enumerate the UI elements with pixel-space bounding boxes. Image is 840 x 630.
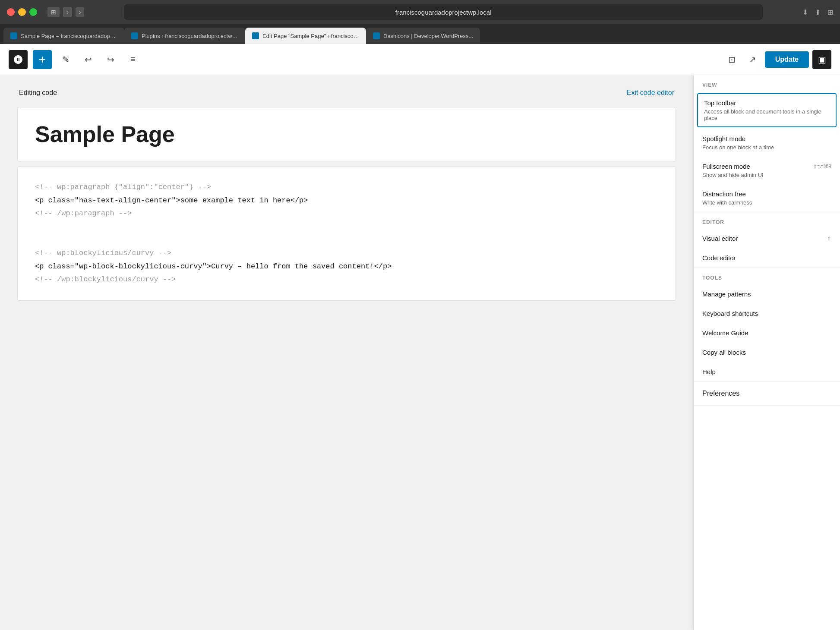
preferences-section: Preferences <box>694 382 840 406</box>
view-post-button[interactable]: ↗ <box>744 51 761 68</box>
document-overview-button[interactable]: ≡ <box>124 51 142 68</box>
top-toolbar-item[interactable]: Top toolbar Access all block and documen… <box>697 93 837 127</box>
settings-sidebar-button[interactable]: ▣ <box>812 50 831 69</box>
plus-icon: + <box>39 53 46 66</box>
help-item[interactable]: Help <box>694 362 840 381</box>
back-button[interactable]: ‹ <box>63 7 72 17</box>
browser-tab-1[interactable]: Sample Page – franciscoguardadoprojectwp <box>3 28 124 44</box>
preferences-item[interactable]: Preferences <box>694 382 840 405</box>
visual-editor-item[interactable]: Visual editor ⇧ <box>694 229 840 248</box>
fullscreen-mode-title: Fullscreen mode <box>702 163 750 170</box>
tools-section-header: TOOLS <box>694 268 840 284</box>
top-toolbar-title: Top toolbar <box>704 99 830 107</box>
distraction-free-title: Distraction free <box>702 190 831 198</box>
forward-button[interactable]: › <box>76 7 85 17</box>
content-code-block[interactable]: <!-- wp:paragraph {"align":"center"} -->… <box>17 167 676 301</box>
wp-editor: + ✎ ↩ ↪ ≡ ⊡ ↗ Update ▣ <box>0 44 840 630</box>
list-icon: ≡ <box>130 54 136 64</box>
tab-label-1: Sample Page – franciscoguardadoprojectwp <box>21 33 117 39</box>
comment-3: <!-- wp:blockylicious/curvy --> <box>35 249 171 257</box>
add-block-button[interactable]: + <box>33 50 52 69</box>
editing-code-label: Editing code <box>19 89 57 97</box>
fullscreen-mode-item[interactable]: Fullscreen mode ⇧⌥⌘8 Show and hide admin… <box>694 157 840 184</box>
download-icon[interactable]: ⬇ <box>802 8 808 16</box>
spotlight-mode-desc: Focus on one block at a time <box>702 144 831 151</box>
tab-favicon-2 <box>131 32 138 39</box>
tools-section: TOOLS Manage patterns Keyboard shortcuts… <box>694 268 840 382</box>
code-line-3: <!-- /wp:paragraph --> <box>35 207 658 220</box>
code-line-1: <!-- wp:paragraph {"align":"center"} --> <box>35 181 658 194</box>
page-title: Sample Page <box>35 121 658 147</box>
editing-code-bar: Editing code Exit code editor <box>17 89 676 97</box>
view-section-header: VIEW <box>694 75 840 91</box>
tab-label-3: Edit Page "Sample Page" ‹ franciscoguard… <box>262 33 359 39</box>
welcome-guide-item[interactable]: Welcome Guide <box>694 323 840 343</box>
titlebar-right-controls: ⬇ ⬆ ⊞ <box>802 8 833 16</box>
redo-icon: ↪ <box>107 54 114 65</box>
external-link-icon: ↗ <box>749 54 756 65</box>
url-text: franciscoguardadoprojectwp.local <box>395 9 492 16</box>
fullscreen-mode-row: Fullscreen mode ⇧⌥⌘8 <box>702 163 831 170</box>
titlebar-nav-controls: ⊞ ‹ › <box>47 7 84 17</box>
dropdown-panel: VIEW Top toolbar Access all block and do… <box>693 75 840 630</box>
preview-icon: ⊡ <box>728 54 736 65</box>
code-line-2: <p class="has-text-align-center">some ex… <box>35 194 658 208</box>
title-code-block[interactable]: Sample Page <box>17 107 676 161</box>
browser-tab-2[interactable]: Plugins ‹ franciscoguardadoprojectwp — W… <box>124 28 245 44</box>
tab-label-4: Dashicons | Developer.WordPress... <box>383 33 473 39</box>
extensions-icon[interactable]: ⊞ <box>827 8 833 16</box>
url-bar[interactable]: franciscoguardadoprojectwp.local <box>124 4 763 20</box>
wp-main: Editing code Exit code editor Sample Pag… <box>0 75 840 630</box>
exit-code-editor-button[interactable]: Exit code editor <box>627 89 674 97</box>
keyboard-shortcuts-item[interactable]: Keyboard shortcuts <box>694 304 840 323</box>
distraction-free-item[interactable]: Distraction free Write with calmness <box>694 184 840 212</box>
preview-button[interactable]: ⊡ <box>723 51 741 68</box>
editor-area: Editing code Exit code editor Sample Pag… <box>0 75 693 630</box>
tag-2: <p class="wp-block-blockylicious-curvy">… <box>35 262 392 271</box>
spotlight-mode-item[interactable]: Spotlight mode Focus on one block at a t… <box>694 129 840 157</box>
tab-favicon-1 <box>10 32 17 39</box>
undo-icon: ↩ <box>85 54 92 65</box>
top-toolbar-desc: Access all block and document tools in a… <box>704 108 830 121</box>
titlebar: ⊞ ‹ › franciscoguardadoprojectwp.local ⬇… <box>0 0 840 24</box>
toolbar-right: ⊡ ↗ Update ▣ <box>723 50 831 69</box>
browser-tab-4[interactable]: Dashicons | Developer.WordPress... <box>366 28 480 44</box>
update-button[interactable]: Update <box>765 51 809 68</box>
code-line-5: <p class="wp-block-blockylicious-curvy">… <box>35 260 658 274</box>
tag-1: <p class="has-text-align-center">some ex… <box>35 196 308 205</box>
editor-section: EDITOR Visual editor ⇧ Code editor <box>694 212 840 268</box>
distraction-free-desc: Write with calmness <box>702 199 831 206</box>
code-line-6: <!-- /wp:blockylicious/curvy --> <box>35 273 658 287</box>
copy-all-blocks-item[interactable]: Copy all blocks <box>694 343 840 362</box>
share-icon[interactable]: ⬆ <box>815 8 821 16</box>
tab-favicon-4 <box>373 32 380 39</box>
fullscreen-mode-shortcut: ⇧⌥⌘8 <box>813 164 831 170</box>
code-line-4: <!-- wp:blockylicious/curvy --> <box>35 247 658 260</box>
undo-button[interactable]: ↩ <box>79 51 97 68</box>
update-label: Update <box>775 56 799 63</box>
sidebar-toggle-titlebar[interactable]: ⊞ <box>47 7 60 17</box>
code-content: <!-- wp:paragraph {"align":"center"} -->… <box>35 181 658 287</box>
visual-editor-shortcut: ⇧ <box>827 236 831 242</box>
code-editor-title: Code editor <box>702 254 831 261</box>
wp-toolbar: + ✎ ↩ ↪ ≡ ⊡ ↗ Update ▣ <box>0 44 840 75</box>
visual-editor-row: Visual editor ⇧ <box>702 235 831 242</box>
redo-button[interactable]: ↪ <box>102 51 119 68</box>
tab-favicon-3 <box>252 32 259 39</box>
edit-tools-button[interactable]: ✎ <box>57 51 74 68</box>
comment-4: <!-- /wp:blockylicious/curvy --> <box>35 275 176 284</box>
tab-label-2: Plugins ‹ franciscoguardadoprojectwp — W… <box>142 33 238 39</box>
traffic-lights <box>7 8 37 16</box>
manage-patterns-item[interactable]: Manage patterns <box>694 284 840 304</box>
wp-logo <box>9 50 28 69</box>
minimize-button[interactable] <box>18 8 26 16</box>
sidebar-icon: ▣ <box>818 54 826 65</box>
browser-tab-3[interactable]: Edit Page "Sample Page" ‹ franciscoguard… <box>245 28 366 44</box>
fullscreen-mode-desc: Show and hide admin UI <box>702 172 831 178</box>
spotlight-mode-title: Spotlight mode <box>702 135 831 142</box>
code-editor-item[interactable]: Code editor <box>694 248 840 268</box>
close-button[interactable] <box>7 8 15 16</box>
fullscreen-button[interactable] <box>29 8 37 16</box>
comment-1: <!-- wp:paragraph {"align":"center"} --> <box>35 183 211 191</box>
pencil-icon: ✎ <box>62 54 69 65</box>
